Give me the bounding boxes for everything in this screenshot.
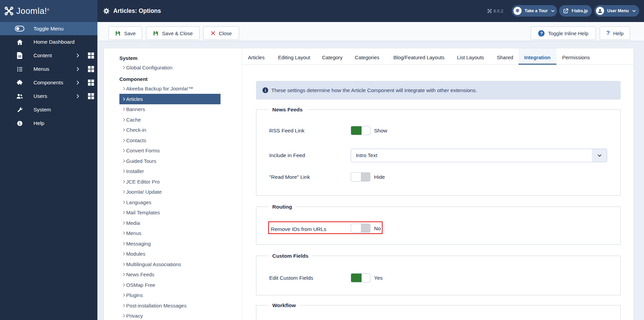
submenu-item[interactable]: Check-in <box>104 125 242 135</box>
signpost-icon <box>513 7 522 15</box>
submenu-item[interactable]: Languages <box>104 197 242 208</box>
chevron-down-icon <box>631 8 637 14</box>
submenu-item[interactable]: Mail Templates <box>104 208 242 218</box>
tab-list-layouts[interactable]: List Layouts <box>451 48 490 65</box>
tab-categories[interactable]: Categories <box>349 48 385 65</box>
submenu-item[interactable]: Cache <box>104 114 242 125</box>
submenu-item[interactable]: Akeeba Backup for Joomla!™ <box>104 84 242 94</box>
fieldset-legend: Custom Fields <box>269 252 312 260</box>
chevron-right-icon[interactable] <box>75 93 80 99</box>
submenu-item[interactable]: Contacts <box>104 135 242 146</box>
tab-integration[interactable]: Integration <box>519 48 556 65</box>
fieldset-routing: Routing Remove IDs from URLs No <box>256 207 621 245</box>
save-and-close-button[interactable]: Save & Close <box>146 26 200 40</box>
user-icon <box>596 7 604 15</box>
toolbar: Save Save & Close Close ? Toggle Inline … <box>97 22 644 41</box>
grid-icon[interactable] <box>88 52 94 59</box>
submenu-item[interactable]: Installer <box>104 166 242 177</box>
users-icon <box>16 92 24 100</box>
chevron-right-icon[interactable] <box>75 80 80 85</box>
submenu-item[interactable]: JCE Editor Pro <box>104 176 242 187</box>
logo-block[interactable]: Joomla!® <box>0 0 97 22</box>
submenu-header-component: Component <box>119 75 242 84</box>
rss-feed-link-toggle[interactable] <box>351 126 370 135</box>
chevron-down-icon <box>592 149 607 162</box>
toggle-menu-button[interactable]: Toggle Menu <box>0 22 97 35</box>
tab-articles[interactable]: Articles <box>242 48 270 65</box>
info-circle-icon: i <box>262 87 268 93</box>
info-icon <box>16 119 24 127</box>
tab-editing-layout[interactable]: Editing Layout <box>272 48 316 65</box>
fieldset-workflow: Workflow <box>256 305 621 320</box>
puzzle-icon <box>16 79 24 87</box>
submenu-item[interactable]: Guided Tours <box>104 156 242 166</box>
tab-blog-featured-layouts[interactable]: Blog/Featured Layouts <box>388 48 450 65</box>
external-link-icon <box>563 8 569 14</box>
joomla-logo-icon <box>4 6 14 16</box>
user-menu-button[interactable]: User Menu <box>594 5 639 17</box>
fieldset-news-feeds: News Feeds RSS Feed Link Show Include in… <box>256 109 621 196</box>
toggle-inline-help-button[interactable]: ? Toggle Inline Help <box>531 26 596 40</box>
grid-icon[interactable] <box>88 93 94 99</box>
read-more-link-toggle[interactable] <box>351 172 370 182</box>
close-button[interactable]: Close <box>203 26 239 40</box>
info-alert: i These settings determine how the Artic… <box>256 81 621 100</box>
submenu-item[interactable]: News Feeds <box>104 270 242 280</box>
submenu-item[interactable]: Convert Forms <box>104 146 242 156</box>
main-sidebar: Toggle Menu Home Dashboard Content Menus <box>0 22 97 320</box>
site-link-button[interactable]: f-labs.jp <box>559 5 592 17</box>
save-icon <box>115 30 121 36</box>
content-area: System Global Configuration Component Ak… <box>97 41 644 320</box>
options-submenu: System Global Configuration Component Ak… <box>104 48 242 320</box>
submenu-item[interactable]: Post-installation Messages <box>104 300 242 311</box>
submenu-item[interactable]: Media <box>104 218 242 228</box>
top-navbar: Joomla!® <box>0 0 644 22</box>
fieldset-legend: News Feeds <box>269 105 306 114</box>
submenu-item[interactable]: Modules <box>104 249 242 259</box>
sidebar-item-help[interactable]: Help <box>0 116 97 130</box>
submenu-item[interactable]: Banners <box>104 104 242 115</box>
fieldset-legend: Workflow <box>269 301 299 310</box>
submenu-item[interactable]: OSMap Free <box>104 280 242 290</box>
help-button[interactable]: ? Help <box>600 26 630 40</box>
take-a-tour-button[interactable]: Take a Tour <box>512 5 557 17</box>
sidebar-item-menus[interactable]: Menus <box>0 62 97 76</box>
fieldset-legend: Routing <box>269 202 296 211</box>
grid-icon[interactable] <box>88 66 94 72</box>
submenu-header-system: System <box>119 54 242 62</box>
submenu-item[interactable]: Multilingual Associations <box>104 259 242 270</box>
sidebar-item-components[interactable]: Components <box>0 76 97 89</box>
joomla-version-icon <box>487 9 492 13</box>
tab-permissions[interactable]: Permissions <box>556 48 596 65</box>
sidebar-item-content[interactable]: Content <box>0 49 97 62</box>
include-in-feed-select[interactable]: Intro Text <box>351 149 607 162</box>
submenu-item[interactable]: Privacy <box>104 311 242 320</box>
chevron-right-icon <box>122 65 126 70</box>
submenu-item[interactable]: Menus <box>104 228 242 239</box>
submenu-item[interactable]: Plugins <box>104 290 242 301</box>
sidebar-item-home-dashboard[interactable]: Home Dashboard <box>0 35 97 49</box>
save-button[interactable]: Save <box>109 26 142 40</box>
document-icon <box>16 51 24 60</box>
submenu-item[interactable]: Messaging <box>104 238 242 249</box>
edit-custom-fields-toggle[interactable] <box>351 273 370 282</box>
logo-wordmark: Joomla!® <box>16 6 49 16</box>
chevron-right-icon[interactable] <box>75 66 80 72</box>
tab-shared[interactable]: Shared <box>491 48 519 65</box>
toggle-menu-icon <box>15 26 24 31</box>
version-badge: 6.0.2 <box>487 0 503 22</box>
close-icon <box>211 31 215 36</box>
highlight-box <box>268 221 383 234</box>
chevron-right-icon[interactable] <box>75 53 80 58</box>
gear-icon <box>103 7 110 15</box>
chevron-down-icon <box>550 8 555 14</box>
sidebar-item-users[interactable]: Users <box>0 89 97 103</box>
fieldset-custom-fields: Custom Fields Edit Custom Fields Yes <box>256 256 621 295</box>
tab-category[interactable]: Category <box>316 48 348 65</box>
grid-icon[interactable] <box>88 80 94 86</box>
sidebar-item-system[interactable]: System <box>0 103 97 116</box>
question-circle-icon: ? <box>538 30 545 37</box>
submenu-item-articles-selected[interactable]: Articles <box>119 94 221 104</box>
submenu-item-global-configuration[interactable]: Global Configuration <box>104 62 242 73</box>
submenu-item[interactable]: Joomla! Update <box>104 187 242 197</box>
